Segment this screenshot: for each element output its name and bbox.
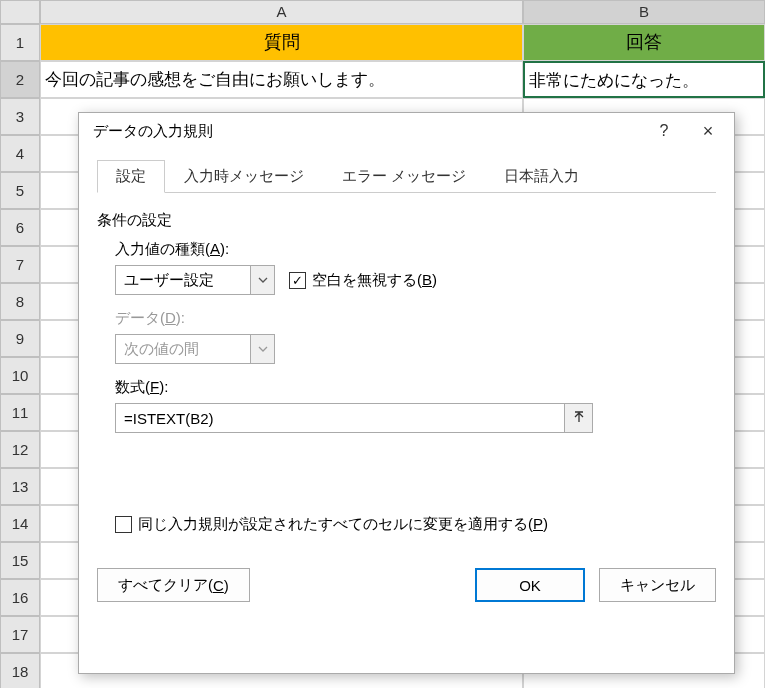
select-all-corner[interactable]: [0, 0, 40, 24]
data-label: データ(D):: [115, 309, 716, 328]
allow-select-value: ユーザー設定: [116, 271, 250, 290]
cell-b2[interactable]: 非常にためになった。: [523, 61, 765, 98]
allow-label: 入力値の種類(A):: [115, 240, 716, 259]
formula-label: 数式(F):: [115, 378, 716, 397]
row-header-1[interactable]: 1: [0, 24, 40, 61]
row-header-11[interactable]: 11: [0, 394, 40, 431]
cell-a1[interactable]: 質問: [40, 24, 523, 61]
row-header-5[interactable]: 5: [0, 172, 40, 209]
tab-input-message[interactable]: 入力時メッセージ: [165, 160, 323, 193]
row-header-9[interactable]: 9: [0, 320, 40, 357]
formula-input[interactable]: [116, 404, 564, 432]
close-button[interactable]: ×: [686, 116, 730, 146]
row-header-3[interactable]: 3: [0, 98, 40, 135]
range-picker-button[interactable]: [564, 404, 592, 432]
cell-a2[interactable]: 今回の記事の感想をご自由にお願いします。: [40, 61, 523, 98]
row-header-18[interactable]: 18: [0, 653, 40, 688]
data-select: 次の値の間: [115, 334, 275, 364]
tab-ime[interactable]: 日本語入力: [485, 160, 598, 193]
row-header-10[interactable]: 10: [0, 357, 40, 394]
row-header-14[interactable]: 14: [0, 505, 40, 542]
row-header-2[interactable]: 2: [0, 61, 40, 98]
row-header-12[interactable]: 12: [0, 431, 40, 468]
row-header-15[interactable]: 15: [0, 542, 40, 579]
chevron-down-icon: [250, 335, 274, 363]
tab-settings[interactable]: 設定: [97, 160, 165, 193]
clear-all-button[interactable]: すべてクリア(C): [97, 568, 250, 602]
dialog-title: データの入力規則: [93, 122, 642, 141]
ignore-blank-checkbox[interactable]: ✓ 空白を無視する(B): [289, 271, 437, 290]
chevron-down-icon: [250, 266, 274, 294]
data-validation-dialog: データの入力規則 ? × 設定 入力時メッセージ エラー メッセージ 日本語入力…: [78, 112, 735, 674]
row-header-17[interactable]: 17: [0, 616, 40, 653]
row-header-13[interactable]: 13: [0, 468, 40, 505]
ignore-blank-label: 空白を無視する(B): [312, 271, 437, 290]
allow-select[interactable]: ユーザー設定: [115, 265, 275, 295]
formula-input-wrapper: [115, 403, 593, 433]
apply-all-label: 同じ入力規則が設定されたすべてのセルに変更を適用する(P): [138, 515, 548, 534]
help-button[interactable]: ?: [642, 116, 686, 146]
ok-button[interactable]: OK: [475, 568, 585, 602]
row-header-4[interactable]: 4: [0, 135, 40, 172]
apply-all-checkbox[interactable]: 同じ入力規則が設定されたすべてのセルに変更を適用する(P): [115, 515, 716, 534]
cancel-button[interactable]: キャンセル: [599, 568, 716, 602]
cell-b1[interactable]: 回答: [523, 24, 765, 61]
data-select-value: 次の値の間: [116, 340, 250, 359]
checkbox-icon: ✓: [289, 272, 306, 289]
checkbox-icon: [115, 516, 132, 533]
row-header-8[interactable]: 8: [0, 283, 40, 320]
col-header-a[interactable]: A: [40, 0, 523, 24]
row-header-16[interactable]: 16: [0, 579, 40, 616]
collapse-dialog-icon: [572, 410, 586, 427]
dialog-tabs: 設定 入力時メッセージ エラー メッセージ 日本語入力: [97, 159, 716, 193]
criteria-section-label: 条件の設定: [97, 211, 716, 230]
tab-error-message[interactable]: エラー メッセージ: [323, 160, 485, 193]
row-header-7[interactable]: 7: [0, 246, 40, 283]
dialog-titlebar[interactable]: データの入力規則 ? ×: [79, 113, 734, 149]
row-header-6[interactable]: 6: [0, 209, 40, 246]
col-header-b[interactable]: B: [523, 0, 765, 24]
